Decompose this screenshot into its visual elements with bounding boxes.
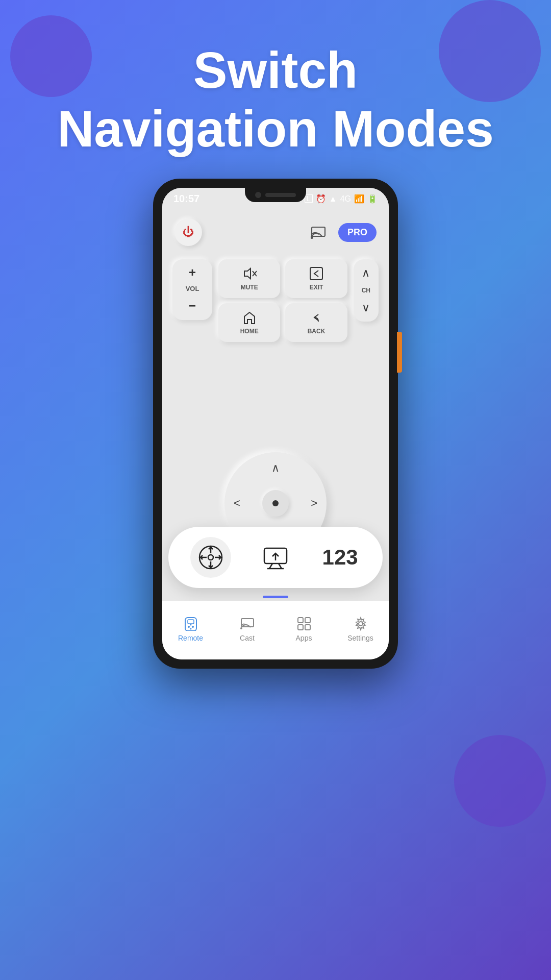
tab-cast[interactable]: Cast — [222, 617, 273, 642]
ch-label: CH — [362, 287, 370, 294]
bottom-nav: Remote Cast — [162, 601, 389, 659]
settings-tab-icon — [354, 617, 368, 631]
center-controls: MUTE EXIT H — [218, 259, 347, 342]
ch-controls: ∧ CH ∨ — [354, 259, 379, 342]
exit-label: EXIT — [310, 284, 323, 291]
battery-icon: 🔋 — [367, 194, 378, 204]
exit-button[interactable]: EXIT — [285, 259, 347, 298]
nav-mode-screen[interactable] — [255, 537, 296, 578]
svg-line-13 — [269, 564, 272, 569]
vol-block: + VOL − — [172, 259, 212, 320]
bg-blob-3 — [454, 735, 546, 827]
mute-button[interactable]: MUTE — [218, 259, 280, 298]
dpad-left[interactable]: < — [234, 497, 240, 510]
signal-icon: 📶 — [354, 194, 364, 204]
dpad-dot — [272, 500, 279, 506]
dpad-right[interactable]: > — [311, 497, 317, 510]
dpad-up[interactable]: ∧ — [271, 461, 280, 475]
title-line1: Switch — [193, 41, 358, 99]
ch-block: ∧ CH ∨ — [354, 259, 379, 322]
svg-rect-28 — [305, 618, 310, 623]
status-icons: 🄻 ⏰ ▲ 4G 📶 🔋 — [305, 194, 378, 204]
apps-tab-icon — [297, 617, 311, 631]
power-button[interactable]: ⏻ — [174, 218, 202, 246]
camera-dot — [255, 192, 261, 198]
power-icon: ⏻ — [183, 226, 194, 239]
wifi-icon: ▲ — [329, 194, 337, 204]
scroll-indicator — [263, 596, 288, 598]
phone-mockup: 10:57 🄻 ⏰ ▲ 4G 📶 🔋 ⏻ — [153, 179, 398, 669]
cast-icon — [311, 225, 326, 240]
vol-label: VOL — [186, 285, 199, 292]
title-section: Switch Navigation Modes — [57, 41, 494, 158]
svg-point-1 — [311, 236, 313, 238]
remote-tab-icon — [184, 617, 198, 631]
home-label: HOME — [240, 328, 259, 335]
svg-line-14 — [279, 564, 282, 569]
nav-mode-dpad[interactable] — [190, 537, 231, 578]
nav-mode-numeric[interactable]: 123 — [320, 537, 361, 578]
home-icon — [242, 310, 257, 325]
mute-icon — [242, 266, 257, 281]
apps-tab-label: Apps — [296, 634, 312, 642]
pro-badge[interactable]: PRO — [338, 223, 377, 242]
mute-label: MUTE — [241, 284, 258, 291]
svg-point-31 — [359, 622, 363, 626]
numeric-label: 123 — [320, 545, 361, 570]
settings-tab-label: Settings — [347, 634, 373, 642]
svg-rect-30 — [305, 625, 310, 630]
svg-rect-27 — [298, 618, 303, 623]
screen-mode-icon — [262, 544, 289, 571]
remote-tab-label: Remote — [178, 634, 203, 642]
svg-point-7 — [208, 555, 213, 560]
vol-controls: + VOL − — [172, 259, 212, 342]
exit-icon — [309, 266, 323, 281]
svg-point-19 — [188, 626, 190, 628]
home-button[interactable]: HOME — [218, 303, 280, 342]
svg-rect-29 — [298, 625, 303, 630]
svg-point-20 — [192, 626, 194, 628]
vol-minus[interactable]: − — [189, 299, 196, 313]
back-button[interactable]: BACK — [285, 303, 347, 342]
phone-frame: 10:57 🄻 ⏰ ▲ 4G 📶 🔋 ⏻ — [153, 179, 398, 669]
cast-tab-label: Cast — [240, 634, 255, 642]
header-right: PRO — [307, 220, 377, 244]
camera-notch — [245, 188, 306, 202]
nav-mode-pill[interactable]: 123 — [168, 527, 383, 588]
svg-rect-18 — [188, 620, 194, 624]
alarm-icon: ⏰ — [316, 194, 326, 204]
volte-icon: 🄻 — [305, 194, 313, 204]
cast-tab-icon — [240, 617, 255, 631]
tab-settings[interactable]: Settings — [335, 617, 386, 642]
vol-plus[interactable]: + — [189, 266, 196, 279]
svg-point-22 — [190, 628, 191, 629]
4g-icon: 4G — [340, 194, 351, 204]
back-label: BACK — [308, 328, 325, 335]
controls-section: + VOL − MUTE — [162, 254, 389, 347]
svg-rect-5 — [310, 267, 322, 280]
title-line2: Navigation Modes — [57, 100, 494, 157]
tab-apps[interactable]: Apps — [279, 617, 330, 642]
volume-side-button — [397, 332, 402, 373]
svg-point-21 — [190, 624, 191, 625]
dpad-center[interactable] — [262, 490, 289, 517]
speaker-bar — [265, 193, 296, 197]
svg-point-24 — [240, 627, 242, 629]
phone-screen: ⏻ PRO — [162, 188, 389, 659]
ch-up[interactable]: ∧ — [362, 266, 370, 280]
status-time: 10:57 — [173, 193, 199, 205]
cast-button[interactable] — [307, 220, 330, 244]
svg-marker-2 — [244, 268, 251, 279]
ch-down[interactable]: ∨ — [362, 301, 370, 314]
tab-remote[interactable]: Remote — [165, 617, 216, 642]
dpad-mode-icon — [197, 544, 224, 571]
back-icon — [309, 310, 323, 325]
